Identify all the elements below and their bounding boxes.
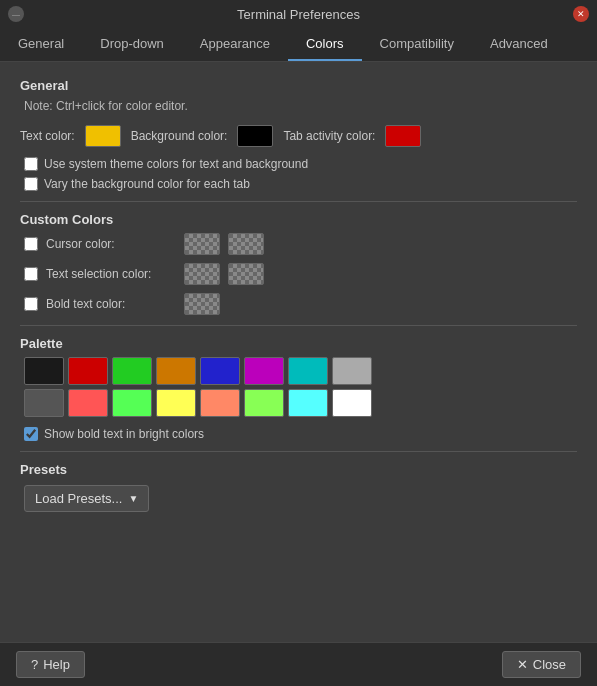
palette-section-title: Palette: [20, 336, 577, 351]
separator-1: [20, 201, 577, 202]
text-color-swatch[interactable]: [85, 125, 121, 147]
tab-general[interactable]: General: [0, 28, 82, 61]
palette-cell-15[interactable]: [332, 389, 372, 417]
show-bold-label[interactable]: Show bold text in bright colors: [44, 427, 204, 441]
tab-bar: General Drop-down Appearance Colors Comp…: [0, 28, 597, 62]
palette-cell-6[interactable]: [288, 357, 328, 385]
tab-advanced[interactable]: Advanced: [472, 28, 566, 61]
close-label: Close: [533, 657, 566, 672]
cursor-color-label: Cursor color:: [46, 237, 176, 251]
tab-activity-color-swatch[interactable]: [385, 125, 421, 147]
palette-grid: [24, 357, 577, 417]
bold-text-color-label: Bold text color:: [46, 297, 176, 311]
vary-bg-label[interactable]: Vary the background color for each tab: [44, 177, 250, 191]
custom-colors-section-title: Custom Colors: [20, 212, 577, 227]
tab-colors[interactable]: Colors: [288, 28, 362, 61]
cursor-color-checkbox[interactable]: [24, 237, 38, 251]
palette-cell-13[interactable]: [244, 389, 284, 417]
title-bar: Terminal Preferences: [0, 0, 597, 28]
close-window-button[interactable]: [573, 6, 589, 22]
minimize-button[interactable]: [8, 6, 24, 22]
cursor-color-swatch-2[interactable]: [228, 233, 264, 255]
tab-activity-color-label: Tab activity color:: [283, 129, 375, 143]
bg-color-label: Background color:: [131, 129, 228, 143]
text-selection-checkbox[interactable]: [24, 267, 38, 281]
footer: ? Help ✕ Close: [0, 642, 597, 686]
text-selection-color-row: Text selection color:: [24, 263, 577, 285]
help-icon: ?: [31, 657, 38, 672]
text-color-label: Text color:: [20, 129, 75, 143]
use-system-theme-checkbox[interactable]: [24, 157, 38, 171]
text-selection-color-label: Text selection color:: [46, 267, 176, 281]
palette-cell-0[interactable]: [24, 357, 64, 385]
separator-3: [20, 451, 577, 452]
chevron-down-icon: ▼: [128, 493, 138, 504]
palette-cell-12[interactable]: [200, 389, 240, 417]
use-system-theme-label[interactable]: Use system theme colors for text and bac…: [44, 157, 308, 171]
bg-color-swatch[interactable]: [237, 125, 273, 147]
load-presets-button[interactable]: Load Presets... ▼: [24, 485, 149, 512]
show-bold-row: Show bold text in bright colors: [24, 427, 577, 441]
close-button[interactable]: ✕ Close: [502, 651, 581, 678]
vary-bg-checkbox[interactable]: [24, 177, 38, 191]
text-selection-swatch-1[interactable]: [184, 263, 220, 285]
bold-text-swatch[interactable]: [184, 293, 220, 315]
palette-cell-11[interactable]: [156, 389, 196, 417]
palette-cell-14[interactable]: [288, 389, 328, 417]
palette-cell-3[interactable]: [156, 357, 196, 385]
help-button[interactable]: ? Help: [16, 651, 85, 678]
cursor-color-swatch-1[interactable]: [184, 233, 220, 255]
window-controls[interactable]: [8, 6, 24, 22]
palette-cell-10[interactable]: [112, 389, 152, 417]
general-section-title: General: [20, 78, 577, 93]
separator-2: [20, 325, 577, 326]
palette-cell-2[interactable]: [112, 357, 152, 385]
cursor-color-row: Cursor color:: [24, 233, 577, 255]
palette-cell-9[interactable]: [68, 389, 108, 417]
tab-dropdown[interactable]: Drop-down: [82, 28, 182, 61]
palette-cell-7[interactable]: [332, 357, 372, 385]
vary-bg-row: Vary the background color for each tab: [24, 177, 577, 191]
tab-appearance[interactable]: Appearance: [182, 28, 288, 61]
presets-section-title: Presets: [20, 462, 577, 477]
bold-text-checkbox[interactable]: [24, 297, 38, 311]
general-note: Note: Ctrl+click for color editor.: [24, 99, 577, 113]
palette-cell-4[interactable]: [200, 357, 240, 385]
window-title: Terminal Preferences: [24, 7, 573, 22]
close-controls[interactable]: [573, 6, 589, 22]
tab-compatibility[interactable]: Compatibility: [362, 28, 472, 61]
use-system-theme-row: Use system theme colors for text and bac…: [24, 157, 577, 171]
main-content: General Note: Ctrl+click for color edito…: [0, 62, 597, 642]
help-label: Help: [43, 657, 70, 672]
text-selection-swatch-2[interactable]: [228, 263, 264, 285]
show-bold-checkbox[interactable]: [24, 427, 38, 441]
palette-cell-5[interactable]: [244, 357, 284, 385]
load-presets-label: Load Presets...: [35, 491, 122, 506]
close-icon: ✕: [517, 657, 528, 672]
bold-text-color-row: Bold text color:: [24, 293, 577, 315]
palette-cell-1[interactable]: [68, 357, 108, 385]
color-pickers-row: Text color: Background color: Tab activi…: [20, 125, 577, 147]
palette-cell-8[interactable]: [24, 389, 64, 417]
